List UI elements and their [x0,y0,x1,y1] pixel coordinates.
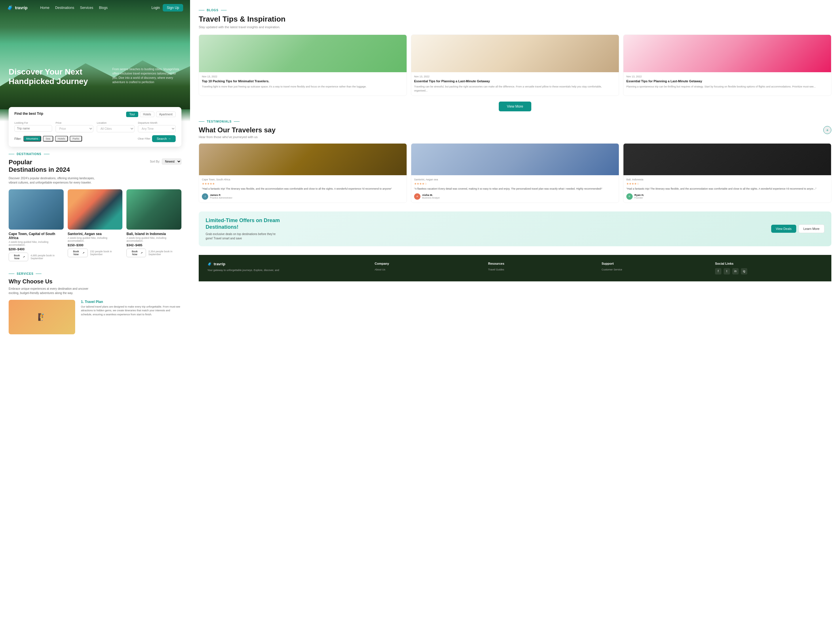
tab-tour[interactable]: Tour [126,111,138,117]
footer-customer-service-link[interactable]: Customer Service [602,268,709,271]
author-name-santorini: Aisha M. [422,194,440,197]
blogs-grid: Nov 13, 2022 Top 10 Packing Tips for Min… [199,35,831,96]
login-button[interactable]: Login [151,6,160,10]
footer-social: Social Links f t in ig [715,262,823,275]
testimonials-grid: Cape Town, South Africa ★★★★★ "Had a fan… [199,143,831,203]
promo-actions: View Deals Learn More [771,224,824,233]
filter-parks[interactable]: Parks [70,136,82,141]
twitter-icon[interactable]: t [724,268,730,275]
services-section-label: SERVICES [9,272,182,275]
testimonial-info-bali: Bali, Indonesia ★★★★☆ "Had a fantastic t… [623,175,831,203]
looking-for-field: Looking For [14,121,52,132]
search-tabs: Tour Hotels Apartment [126,111,176,117]
book-button-santorini[interactable]: Book Now ↗ [68,249,88,257]
blog-image-getaway [411,35,619,72]
author-role-bali: Founder [634,197,644,199]
location-label: Location [97,121,134,124]
blog-date-packing: Nov 13, 2022 [202,75,404,78]
testimonials-section: TESTIMONIALS What Our Travelers say Hear… [199,120,831,203]
linkedin-icon[interactable]: in [732,268,739,275]
testimonial-image-bali [623,143,831,175]
looking-for-label: Looking For [14,121,52,124]
nav-services[interactable]: Services [80,6,93,10]
services-title: Why Choose Us [9,278,182,285]
testimonial-location-santorini: Santorini, Aegan sea [414,178,616,181]
testimonial-text-bali: "Had a fantastic trip! The itinerary was… [626,187,828,191]
navigation: 🧳 travrip Home Destinations Services Blo… [0,0,190,16]
nav-blogs[interactable]: Blogs [99,6,108,10]
author-name-cape: James P. [210,194,233,197]
blogs-section: BLOGS Travel Tips & Inspiration Stay upd… [199,9,831,111]
search-button[interactable]: Search → [152,135,176,142]
destination-actions-bali: Book Now ↗ 2,354 people book in Septembe… [126,249,182,257]
footer-logo: 🧳 travrip [207,262,369,266]
author-details-santorini: Aisha M. Business Analyst [422,194,440,199]
footer-logo-icon: 🧳 [207,262,212,266]
testimonial-info-cape: Cape Town, South Africa ★★★★★ "Had a fan… [199,175,406,203]
blog-date-window: Nov 13, 2022 [626,75,828,78]
tab-apartment[interactable]: Apartment [156,111,176,117]
hero-content: Discover Your Next Handpicked Journey Fr… [9,67,182,86]
footer-resources: Resources Travel Guides [488,262,596,275]
departure-field: Departure Month Any Time [138,121,176,132]
destinations-section-label: DESTINATIONS [9,153,182,156]
hero-title: Discover Your Next Handpicked Journey [9,67,95,86]
destination-duration-santorini: A week-long guided hike, including accom… [68,237,123,242]
facebook-icon[interactable]: f [715,268,721,275]
testimonial-author-cape: J James P. Practice Administrator [202,193,404,200]
location-select[interactable]: All Cities [97,125,134,132]
filter-sea[interactable]: Sea [43,136,53,141]
view-deals-button[interactable]: View Deals [771,225,796,233]
blog-excerpt-window: Planning a spontaneous trip can be thril… [626,85,828,89]
author-avatar-bali: R [626,193,633,200]
book-button-bali[interactable]: Book Now ↗ [126,249,146,257]
author-name-bali: Ryan H. [634,194,644,197]
instagram-icon[interactable]: ig [741,268,747,275]
footer-about-link[interactable]: About Us [375,268,482,271]
tab-hotels[interactable]: Hotels [140,111,155,117]
footer-guides-link[interactable]: Travel Guides [488,268,596,271]
testimonial-text-santorini: "A flawless vacation! Every detail was c… [414,187,616,191]
search-box: Find the best Trip Tour Hotels Apartment… [9,107,182,147]
logo-text: travrip [15,5,28,10]
price-label: Price [56,121,93,124]
footer-company-title: Company [375,262,482,265]
testimonial-text-cape: "Had a fantastic trip! The itinerary was… [202,187,404,191]
blog-date-getaway: Nov 13, 2022 [414,75,616,78]
book-button-cape-town[interactable]: Book Now ↗ [9,253,28,261]
destination-price-cape-town: $200–$400 [9,248,64,251]
booking-count-bali: 2,354 people book in September [148,250,182,256]
hero-description: From serene beaches to bustling cities, … [112,67,182,84]
price-select[interactable]: Price [56,125,93,132]
filter-hotels[interactable]: Hotels [55,136,68,141]
departure-label: Departure Month [138,121,176,124]
blog-card-packing: Nov 13, 2022 Top 10 Packing Tips for Min… [199,35,407,96]
nav-destinations[interactable]: Destinations [55,6,74,10]
looking-for-input[interactable] [14,125,52,132]
blog-info-window: Nov 13, 2022 Essential Tips for Planning… [623,72,831,92]
testimonial-location-cape: Cape Town, South Africa [202,178,404,181]
clear-filter[interactable]: Clear Filter [138,137,150,140]
testimonial-stars-bali: ★★★★☆ [626,182,828,185]
testimonials-nav-button[interactable]: + [823,126,831,134]
testimonial-image-cape [199,143,406,175]
filter-mountains[interactable]: Mountains [23,136,41,141]
testimonial-card-santorini: Santorini, Aegan sea ★★★★☆ "A flawless v… [411,143,619,203]
service-item-title: 1. Travel Plan [81,300,182,304]
destination-price-bali: $342–$485 [126,243,182,247]
destinations-header: PopularDestinations in 2024 Discover 202… [9,159,182,185]
footer-resources-title: Resources [488,262,596,265]
promo-banner: Limited-Time Offers on Dream Destination… [199,211,831,246]
blog-info-packing: Nov 13, 2022 Top 10 Packing Tips for Min… [199,72,406,92]
nav-home[interactable]: Home [40,6,49,10]
search-fields: Looking For Price Price Location All Cit… [14,121,176,132]
departure-select[interactable]: Any Time [138,125,176,132]
signup-button[interactable]: Sign Up [163,4,183,11]
destinations-description: Discover 2024's popular destinations, of… [9,176,95,185]
sort-select[interactable]: Newest [162,159,182,165]
blog-card-getaway: Nov 13, 2022 Essential Tips for Planning… [411,35,619,96]
destination-card-bali: Bali, Island in Indonesia A week-long gu… [126,189,182,264]
view-more-button[interactable]: View More [499,102,531,111]
learn-more-button[interactable]: Learn More [799,224,824,233]
promo-title: Limited-Time Offers on Dream Destination… [206,217,281,231]
